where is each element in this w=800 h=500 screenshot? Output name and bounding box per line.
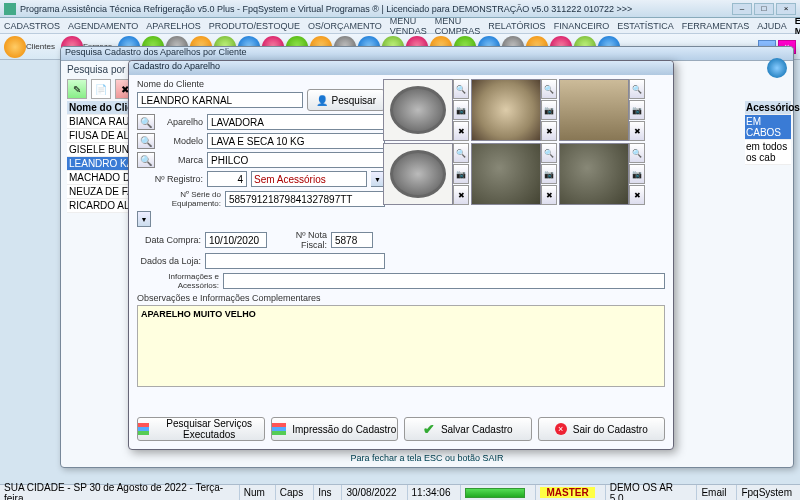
input-modelo[interactable] — [207, 133, 385, 149]
toolbar-clientes-label: Clientes — [26, 42, 55, 51]
thumb-zoom-icon[interactable]: 🔍 — [541, 143, 557, 163]
client-row[interactable]: BIANCA RAU — [67, 115, 133, 129]
client-row[interactable]: RICARDO ALMEID — [67, 199, 133, 213]
photo-thumb-3[interactable] — [559, 79, 629, 141]
accessory-row[interactable]: em todos os cab — [745, 140, 791, 165]
menu-estatistica[interactable]: ESTATÍSTICA — [617, 21, 674, 31]
lookup-aparelho-button[interactable]: 🔍 — [137, 114, 155, 130]
thumb-add-icon[interactable]: 📷 — [541, 100, 557, 120]
menu-ajuda[interactable]: AJUDA — [757, 21, 787, 31]
menu-relatorios[interactable]: RELATÓRIOS — [488, 21, 545, 31]
list-icon — [272, 423, 286, 435]
thumb-del-icon[interactable]: ✖ — [541, 185, 557, 205]
thumb-del-icon[interactable]: ✖ — [453, 121, 469, 141]
menu-compras[interactable]: MENU COMPRAS — [435, 16, 481, 36]
photo-thumb-5[interactable] — [471, 143, 541, 205]
search-window-title: Pesquisa Cadastro dos Aparelhos por Clie… — [61, 47, 793, 61]
thumb-add-icon[interactable]: 📷 — [453, 100, 469, 120]
client-row[interactable]: FIUSA DE ALMEID — [67, 129, 133, 143]
pesquisar-servicos-button[interactable]: Pesquisar Serviços Executados — [137, 417, 265, 441]
client-row-selected[interactable]: LEANDRO KARNA — [67, 157, 133, 171]
check-icon: ✔ — [423, 421, 435, 437]
thumb-del-icon[interactable]: ✖ — [629, 121, 645, 141]
select-acessorios[interactable]: Sem Acessórios — [251, 171, 367, 187]
input-info[interactable] — [223, 273, 665, 289]
thumb-del-icon[interactable]: ✖ — [541, 121, 557, 141]
label-data-compra: Data Compra: — [137, 235, 201, 245]
photo-thumb-1[interactable] — [383, 79, 453, 141]
toolbar-clientes-icon[interactable] — [4, 36, 26, 58]
impressao-button[interactable]: Impressão do Cadastro — [271, 417, 399, 441]
close-button[interactable]: × — [776, 3, 796, 15]
input-registro[interactable] — [207, 171, 247, 187]
photo-thumb-2[interactable] — [471, 79, 541, 141]
label-serie: Nº Série do Equipamento: — [137, 190, 221, 208]
search-new-button[interactable]: ✎ — [67, 79, 87, 99]
status-date: 30/08/2022 — [341, 485, 400, 500]
input-data-compra[interactable] — [205, 232, 267, 248]
thumb-add-icon[interactable]: 📷 — [541, 164, 557, 184]
thumb-del-icon[interactable]: ✖ — [629, 185, 645, 205]
label-marca: Marca — [159, 155, 203, 165]
status-city: SUA CIDADE - SP 30 de Agosto de 2022 - T… — [4, 482, 233, 501]
cadastro-bottom-buttons: Pesquisar Serviços Executados Impressão … — [137, 417, 665, 441]
menu-agendamento[interactable]: AGENDAMENTO — [68, 21, 138, 31]
status-time: 11:34:06 — [407, 485, 455, 500]
client-list: Nome do Cliente BIANCA RAU FIUSA DE ALME… — [67, 101, 133, 213]
label-info: Informações e Acessórios: — [137, 272, 219, 290]
client-row[interactable]: GISELE BUNDCHE — [67, 143, 133, 157]
lookup-marca-button[interactable]: 🔍 — [137, 152, 155, 168]
input-serie[interactable] — [225, 191, 385, 207]
thumb-zoom-icon[interactable]: 🔍 — [541, 79, 557, 99]
menu-ferramentas[interactable]: FERRAMENTAS — [682, 21, 749, 31]
lookup-modelo-button[interactable]: 🔍 — [137, 133, 155, 149]
minimize-button[interactable]: – — [732, 3, 752, 15]
input-nome-cliente[interactable] — [137, 92, 303, 108]
thumb-add-icon[interactable]: 📷 — [629, 100, 645, 120]
label-modelo: Modelo — [159, 136, 203, 146]
window-controls: – □ × — [732, 3, 796, 15]
thumb-zoom-icon[interactable]: 🔍 — [629, 143, 645, 163]
pesquisar-cliente-button[interactable]: 👤 Pesquisar — [307, 89, 385, 111]
status-bar: SUA CIDADE - SP 30 de Agosto de 2022 - T… — [0, 484, 800, 500]
menu-email[interactable]: E-MAIL — [795, 16, 800, 36]
client-row[interactable]: NEUZA DE FATIM — [67, 185, 133, 199]
status-ins: Ins — [313, 485, 335, 500]
search-window-footer: Para fechar a tela ESC ou botão SAIR — [61, 453, 793, 463]
accessory-row[interactable]: EM CABOS — [745, 115, 791, 140]
thumb-zoom-icon[interactable]: 🔍 — [629, 79, 645, 99]
photo-thumb-6[interactable] — [559, 143, 629, 205]
search-go-icon[interactable] — [767, 58, 787, 78]
input-marca[interactable] — [207, 152, 385, 168]
input-aparelho[interactable] — [207, 114, 385, 130]
status-email[interactable]: Email — [696, 485, 730, 500]
thumb-zoom-icon[interactable]: 🔍 — [453, 79, 469, 99]
textarea-observacoes[interactable] — [137, 305, 665, 387]
cadastro-window-title: Cadastro do Aparelho — [129, 61, 673, 75]
window-title: Programa Assistência Técnica Refrigeraçã… — [20, 4, 732, 14]
thumb-add-icon[interactable]: 📷 — [453, 164, 469, 184]
accessory-column: Acessórios EM CABOS em todos os cab — [745, 101, 791, 165]
label-loja: Dados da Loja: — [137, 256, 201, 266]
menu-os[interactable]: OS/ORÇAMENTO — [308, 21, 382, 31]
close-icon: × — [555, 423, 567, 435]
input-loja[interactable] — [205, 253, 385, 269]
menu-financeiro[interactable]: FINANCEIRO — [554, 21, 610, 31]
photo-thumb-4[interactable] — [383, 143, 453, 205]
sair-button[interactable]: ×Sair do Cadastro — [538, 417, 666, 441]
thumb-add-icon[interactable]: 📷 — [629, 164, 645, 184]
menu-produto[interactable]: PRODUTO/ESTOQUE — [209, 21, 300, 31]
menu-vendas[interactable]: MENU VENDAS — [390, 16, 427, 36]
date-dropdown-button[interactable]: ▼ — [137, 211, 151, 227]
thumb-del-icon[interactable]: ✖ — [453, 185, 469, 205]
menu-aparelhos[interactable]: APARELHOS — [146, 21, 200, 31]
client-row[interactable]: MACHADO DE AS — [67, 171, 133, 185]
input-nota[interactable] — [331, 232, 373, 248]
maximize-button[interactable]: □ — [754, 3, 774, 15]
menu-cadastros[interactable]: CADASTROS — [4, 21, 60, 31]
status-brand[interactable]: FpqSystem — [736, 485, 796, 500]
salvar-button[interactable]: ✔Salvar Cadastro — [404, 417, 532, 441]
search-report-button[interactable]: 📄 — [91, 79, 111, 99]
status-demo: DEMO OS AR 5.0 — [605, 485, 691, 500]
thumb-zoom-icon[interactable]: 🔍 — [453, 143, 469, 163]
